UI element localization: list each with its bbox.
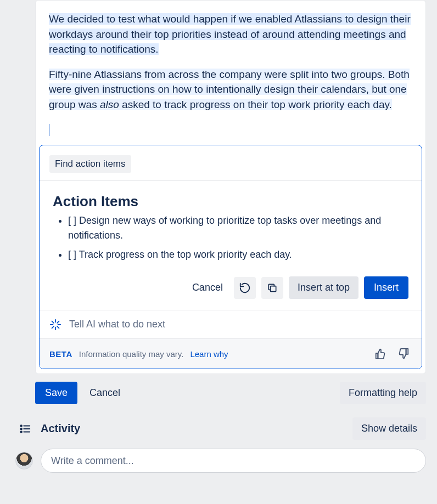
svg-rect-0 xyxy=(271,286,276,291)
editor-card: We decided to test what would happen if … xyxy=(35,0,426,374)
highlighted-text-emphasis[interactable]: also xyxy=(100,99,119,110)
ai-disclaimer-text: Information quality may vary. xyxy=(79,349,184,359)
action-items-list: [ ] Design new ways of working to priori… xyxy=(53,213,408,262)
document-paragraph[interactable]: Fifty-nine Atlassians from across the co… xyxy=(49,67,412,112)
cancel-button[interactable]: Cancel xyxy=(187,278,228,298)
svg-line-6 xyxy=(57,326,59,328)
ai-footer: BETA Information quality may vary. Learn… xyxy=(40,339,422,369)
action-item: [ ] Design new ways of working to priori… xyxy=(68,213,408,243)
highlighted-text[interactable]: asked to track progress on their top wor… xyxy=(119,99,392,110)
insert-at-top-button[interactable]: Insert at top xyxy=(289,276,358,299)
svg-line-8 xyxy=(57,321,59,322)
learn-why-link[interactable]: Learn why xyxy=(190,349,228,359)
editor-actions-bar: Save Cancel Formatting help xyxy=(35,382,426,404)
document-body[interactable]: We decided to test what would happen if … xyxy=(36,12,425,136)
insert-button[interactable]: Insert xyxy=(364,276,408,299)
ai-action-chip[interactable]: Find action items xyxy=(49,155,131,173)
copy-icon xyxy=(267,282,278,293)
text-cursor xyxy=(49,124,49,136)
highlighted-text[interactable]: We decided to test what would happen if … xyxy=(49,13,411,55)
svg-line-7 xyxy=(52,326,54,328)
save-button[interactable]: Save xyxy=(35,382,77,404)
svg-point-9 xyxy=(20,425,22,427)
ai-panel: Find action items Action Items [ ] Desig… xyxy=(39,145,422,369)
document-paragraph[interactable]: We decided to test what would happen if … xyxy=(49,12,412,57)
action-item: [ ] Track progress on the top work prior… xyxy=(68,247,408,262)
svg-line-5 xyxy=(52,321,54,322)
retry-button[interactable] xyxy=(234,277,256,299)
formatting-help-button[interactable]: Formatting help xyxy=(340,382,426,404)
comment-input[interactable] xyxy=(41,449,426,473)
show-details-button[interactable]: Show details xyxy=(352,417,426,440)
ai-result-body: Action Items [ ] Design new ways of work… xyxy=(40,181,422,310)
activity-header: Activity Show details xyxy=(11,417,426,440)
beta-badge: BETA xyxy=(49,349,72,359)
thumbs-down-icon xyxy=(397,348,410,360)
ai-result-title: Action Items xyxy=(53,193,408,210)
retry-icon xyxy=(239,282,251,294)
feedback-negative-button[interactable] xyxy=(395,346,412,362)
atlassian-ai-icon xyxy=(49,319,61,331)
ai-prompt-row xyxy=(40,310,422,339)
thumbs-up-icon xyxy=(374,348,386,360)
ai-prompt-input[interactable] xyxy=(68,318,412,331)
ai-actions-bar: Cancel xyxy=(53,272,408,299)
ai-panel-header: Find action items xyxy=(40,145,422,181)
cancel-button[interactable]: Cancel xyxy=(86,383,124,403)
avatar xyxy=(15,452,33,469)
comment-composer xyxy=(11,449,426,473)
copy-button[interactable] xyxy=(261,277,283,299)
svg-point-13 xyxy=(20,431,22,433)
feedback-positive-button[interactable] xyxy=(372,346,389,362)
svg-point-11 xyxy=(20,428,22,429)
activity-title: Activity xyxy=(41,422,345,435)
activity-icon xyxy=(18,423,33,435)
